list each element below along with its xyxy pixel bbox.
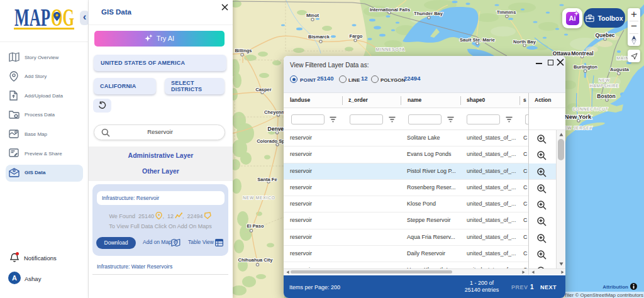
svg-text:Timmins: Timmins	[497, 9, 516, 15]
svg-text:CONNECTICUT: CONNECTICUT	[572, 107, 608, 111]
svg-text:Minot: Minot	[306, 13, 319, 18]
svg-text:NEW JERSEY: NEW JERSEY	[560, 126, 592, 130]
svg-text:Billings: Billings	[235, 48, 252, 53]
svg-text:Thunder Bay: Thunder Bay	[414, 11, 443, 16]
svg-text:MINNESOTA: MINNESOTA	[376, 47, 405, 52]
svg-text:HAMPSHIRE: HAMPSHIRE	[590, 84, 619, 88]
svg-text:Fargo: Fargo	[350, 33, 363, 39]
svg-text:New York: New York	[565, 113, 592, 120]
svg-text:Bismarck: Bismarck	[308, 34, 330, 40]
svg-text:NEW: NEW	[599, 78, 610, 82]
svg-text:Santa Fe: Santa Fe	[257, 177, 277, 182]
svg-text:Casper: Casper	[255, 87, 272, 92]
svg-text:Sault Ste. Marie: Sault Ste. Marie	[460, 37, 495, 43]
svg-text:Montreal: Montreal	[571, 50, 593, 57]
svg-text:Quebec: Quebec	[595, 32, 614, 38]
svg-text:International Falls: International Falls	[370, 7, 410, 13]
svg-text:Chihuahua City: Chihuahua City	[238, 257, 273, 263]
svg-text:Burlington: Burlington	[574, 64, 597, 70]
svg-text:North Bay: North Bay	[513, 39, 536, 45]
svg-text:Attribution: Attribution	[602, 284, 628, 290]
svg-text:NEW MEXICO: NEW MEXICO	[243, 196, 275, 200]
svg-text:Boston: Boston	[597, 93, 615, 99]
svg-text:Augusta: Augusta	[610, 67, 630, 72]
svg-text:El Paso: El Paso	[247, 223, 264, 229]
